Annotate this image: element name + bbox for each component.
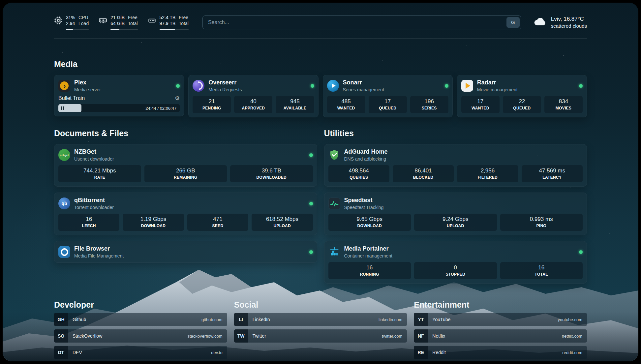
search-input[interactable]: [203, 19, 505, 25]
memory-widget: 21 GiB 64 GiB Free Total: [99, 15, 137, 30]
app-subtitle: Series management: [343, 87, 441, 92]
search-engine-button[interactable]: G: [506, 17, 520, 28]
app-card-plex[interactable]: › Plex Media server Bullet Train: [54, 75, 184, 116]
link-netflix[interactable]: NF Netflix netflix.com: [414, 329, 587, 343]
stat-value: 16: [60, 216, 118, 223]
memory-icon: [99, 16, 107, 25]
status-dot: [445, 84, 448, 88]
link-url: stackoverflow.com: [187, 334, 227, 339]
status-dot: [309, 250, 313, 254]
stat-leech: 16 LEECH: [58, 214, 119, 231]
weather-widget: Lviv, 16.87°C scattered clouds: [533, 15, 587, 30]
stat-value: 16: [502, 264, 582, 271]
stat-label: BLOCKED: [394, 175, 452, 180]
stat-queued: 22 QUEUED: [503, 96, 541, 113]
link-linkedin[interactable]: LI LinkedIn linkedin.com: [234, 313, 407, 326]
link-name: LinkedIn: [248, 317, 379, 322]
link-reddit[interactable]: RE Reddit reddit.com: [414, 346, 587, 359]
stat-value: 21: [194, 98, 229, 105]
stat-label: WANTED: [328, 106, 364, 110]
link-dev-to[interactable]: DT DEV dev.to: [54, 346, 227, 359]
app-card-overseerr[interactable]: Overseerr Media Requests 21 PENDING: [188, 75, 318, 117]
cpu-widget: 31% 2.94 CPU Load: [54, 15, 89, 30]
link-url: github.com: [201, 317, 227, 322]
app-card-adguard[interactable]: AdGuard Home DNS and adblocking 498,564 …: [324, 144, 587, 187]
app-card-portainer[interactable]: Media Portainer Container management 16 …: [324, 241, 587, 284]
stat-remaining: 266 GB REMAINING: [144, 165, 227, 182]
gear-icon[interactable]: [175, 96, 180, 101]
app-card-speedtest[interactable]: Speedtest Speedtest Tracking 9.65 Gbps D…: [324, 193, 587, 235]
section-entertainment: Entertainment YT YouTube youtube.com NF …: [414, 300, 587, 359]
section-developer: Developer GH Github github.com SO StackO…: [54, 300, 227, 359]
section-media: Media › Plex Media server: [54, 59, 587, 117]
youtube-icon: YT: [414, 313, 428, 326]
status-dot: [309, 153, 313, 157]
stat-label: QUEUED: [370, 106, 406, 110]
stat-value: 0: [415, 264, 496, 271]
storage-free-value: 52.4 TB: [160, 15, 176, 20]
link-youtube[interactable]: YT YouTube youtube.com: [414, 313, 587, 326]
nzbget-icon-text: nzbget: [60, 154, 69, 157]
stat-label: UPLOAD: [253, 224, 311, 228]
link-github[interactable]: GH Github github.com: [54, 313, 227, 326]
netflix-icon: NF: [414, 329, 428, 343]
stat-queries: 498,564 QUERIES: [328, 165, 389, 182]
memory-free-label: Free: [128, 15, 138, 20]
link-name: DEV: [68, 350, 211, 355]
cpu-usage-value: 31%: [66, 15, 75, 20]
link-url: youtube.com: [558, 317, 587, 322]
section-title-documents: Documents & Files: [54, 129, 317, 138]
adguard-shield-icon: [328, 149, 340, 161]
pause-icon[interactable]: [61, 106, 64, 110]
link-twitter[interactable]: TW Twitter twitter.com: [234, 329, 407, 343]
memory-progress-track: [110, 29, 137, 30]
storage-total-label: Total: [179, 20, 189, 26]
app-card-sonarr[interactable]: Sonarr Series management 485 WANTED: [323, 75, 453, 117]
link-stackoverflow[interactable]: SO StackOverflow stackoverflow.com: [54, 329, 227, 343]
stat-wanted: 485 WANTED: [327, 96, 365, 113]
stat-label: DOWNLOAD: [330, 224, 410, 228]
twitter-icon: TW: [234, 329, 248, 343]
stat-value: 17: [463, 98, 498, 105]
storage-progress-fill: [160, 29, 175, 30]
memory-total-label: Total: [128, 20, 138, 26]
weather-location: Lviv, 16.87°C: [551, 16, 587, 22]
playback-progress-bar[interactable]: 24:44 / 02:06:47: [58, 104, 180, 112]
stat-label: QUERIES: [330, 175, 388, 180]
now-playing-title: Bullet Train: [58, 95, 85, 101]
stat-label: RUNNING: [330, 272, 410, 277]
speedtest-pulse-icon: [328, 197, 340, 209]
stat-value: 16: [330, 264, 410, 271]
nzbget-icon: nzbget: [58, 149, 70, 161]
app-card-filebrowser[interactable]: File Browser Media File Management: [54, 241, 317, 263]
section-title-entertainment: Entertainment: [414, 300, 587, 310]
app-subtitle: Media server: [74, 87, 172, 92]
disk-icon: [148, 16, 156, 25]
app-subtitle: Container management: [344, 253, 575, 258]
app-card-qbittorrent[interactable]: qb qBittorrent Torrent downloader 16: [54, 193, 317, 235]
stat-label: APPROVED: [235, 106, 271, 110]
qbittorrent-icon-text: qb: [61, 201, 67, 206]
memory-total-value: 64 GiB: [110, 20, 125, 26]
storage-widget: 52.4 TB 97.9 TB Free Total: [148, 15, 189, 30]
link-url: reddit.com: [562, 350, 587, 355]
app-card-radarr[interactable]: Radarr Movie management 17 WANTED 2: [457, 75, 587, 117]
memory-progress-fill: [110, 29, 119, 30]
stat-running: 16 RUNNING: [328, 262, 411, 279]
link-name: Github: [68, 317, 201, 322]
stackoverflow-icon: SO: [54, 329, 68, 343]
section-social: Social LI LinkedIn linkedin.com TW Twitt…: [234, 300, 407, 343]
stat-label: FILTERED: [458, 175, 517, 180]
stat-blocked: 86,401 BLOCKED: [393, 165, 454, 182]
stat-value: 39.6 TB: [231, 167, 312, 174]
stat-label: PENDING: [194, 106, 229, 110]
app-card-nzbget[interactable]: nzbget NZBGet Usenet downloader 744.21 M…: [54, 144, 317, 187]
app-name: AdGuard Home: [344, 148, 583, 155]
cpu-progress-track: [66, 29, 89, 30]
stat-label: QUEUED: [504, 106, 540, 110]
window-frame: 31% 2.94 CPU Load: [0, 0, 641, 364]
stat-value: 9.24 Gbps: [415, 216, 496, 223]
stat-value: 22: [504, 98, 540, 105]
app-name: Overseerr: [208, 79, 306, 86]
stat-value: 834: [546, 98, 581, 105]
